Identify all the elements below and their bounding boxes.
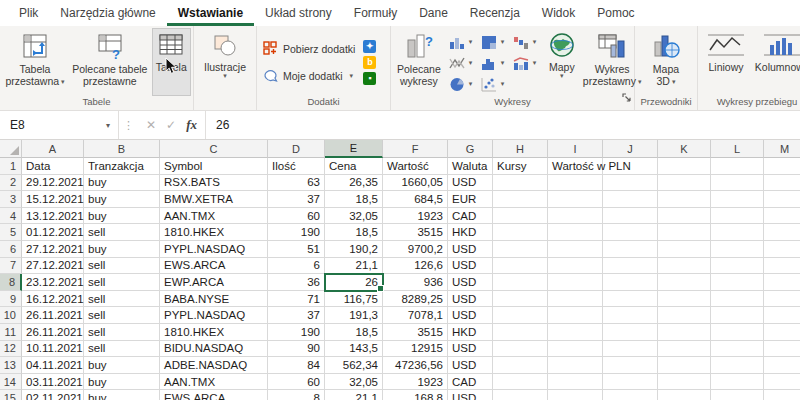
cell-H12[interactable]	[493, 341, 548, 358]
tab-narzędzia-główne[interactable]: Narzędzia główne	[49, 1, 166, 26]
pie-chart-button[interactable]: ▾	[447, 74, 479, 95]
cell-M12[interactable]	[764, 341, 800, 358]
cell-I15[interactable]	[548, 390, 603, 400]
cell-F12[interactable]: 12915	[383, 341, 448, 358]
enter-icon[interactable]: ✓	[166, 118, 176, 132]
cell-A6[interactable]: 27.12.2021	[22, 241, 84, 258]
cell-H5[interactable]	[493, 224, 548, 241]
select-all-corner[interactable]	[0, 140, 22, 158]
cell-C5[interactable]: 1810.HKEX	[160, 224, 268, 241]
cell-E13[interactable]: 562,34	[325, 357, 383, 374]
cell-I4[interactable]	[548, 208, 603, 225]
cell-A14[interactable]: 03.11.2021	[22, 374, 84, 391]
cell-B2[interactable]: buy	[84, 175, 160, 192]
map-3d-button[interactable]: Mapa 3D▾	[648, 28, 684, 96]
cell-I7[interactable]	[548, 258, 603, 275]
cell-M14[interactable]	[764, 374, 800, 391]
cell-G2[interactable]: USD	[448, 175, 493, 192]
cell-H7[interactable]	[493, 258, 548, 275]
cell-K2[interactable]	[658, 175, 711, 192]
cell-C15[interactable]: EWS.ARCA	[160, 390, 268, 400]
cell-E5[interactable]: 18,5	[325, 224, 383, 241]
cell-K5[interactable]	[658, 224, 711, 241]
cell-J8[interactable]	[603, 274, 658, 291]
row-header-12[interactable]: 12	[0, 341, 22, 358]
cell-H4[interactable]	[493, 208, 548, 225]
row-header-8[interactable]: 8	[0, 274, 22, 291]
cell-D12[interactable]: 90	[268, 341, 325, 358]
cell-L3[interactable]	[711, 191, 764, 208]
cell-A8[interactable]: 23.12.2021	[22, 274, 84, 291]
column-header-J[interactable]: J	[603, 140, 658, 158]
cell-A5[interactable]: 01.12.2021	[22, 224, 84, 241]
column-header-E[interactable]: E	[325, 140, 383, 158]
cell-B1[interactable]: Tranzakcja	[84, 158, 160, 175]
column-header-M[interactable]: M	[764, 140, 800, 158]
cell-E14[interactable]: 32,05	[325, 374, 383, 391]
cell-E7[interactable]: 21,1	[325, 258, 383, 275]
cancel-icon[interactable]: ✕	[146, 118, 156, 132]
cell-D2[interactable]: 63	[268, 175, 325, 192]
cell-B6[interactable]: buy	[84, 241, 160, 258]
name-box[interactable]: E8 ▾	[0, 111, 119, 139]
cell-H8[interactable]	[493, 274, 548, 291]
cell-C7[interactable]: EWS.ARCA	[160, 258, 268, 275]
cell-I2[interactable]	[548, 175, 603, 192]
scatter-chart-button[interactable]: ▾	[479, 74, 511, 95]
cell-K4[interactable]	[658, 208, 711, 225]
cell-K9[interactable]	[658, 291, 711, 308]
column-header-D[interactable]: D	[268, 140, 325, 158]
tab-układ-strony[interactable]: Układ strony	[254, 1, 343, 26]
cell-H9[interactable]	[493, 291, 548, 308]
cell-D15[interactable]: 8	[268, 390, 325, 400]
column-header-A[interactable]: A	[22, 140, 84, 158]
cell-K12[interactable]	[658, 341, 711, 358]
histogram-chart-button[interactable]: ▾	[479, 53, 511, 74]
cell-G12[interactable]: USD	[448, 341, 493, 358]
cell-L1[interactable]	[711, 158, 764, 175]
addin-green-icon[interactable]: ▪	[363, 72, 376, 85]
cell-K7[interactable]	[658, 258, 711, 275]
cell-J15[interactable]	[603, 390, 658, 400]
row-header-9[interactable]: 9	[0, 291, 22, 308]
row-header-15[interactable]: 15	[0, 390, 22, 400]
cell-J5[interactable]	[603, 224, 658, 241]
cell-C1[interactable]: Symbol	[160, 158, 268, 175]
cell-J12[interactable]	[603, 341, 658, 358]
cell-G5[interactable]: HKD	[448, 224, 493, 241]
cell-J14[interactable]	[603, 374, 658, 391]
cell-M9[interactable]	[764, 291, 800, 308]
cell-J2[interactable]	[603, 175, 658, 192]
cell-D13[interactable]: 84	[268, 357, 325, 374]
cell-B7[interactable]: sell	[84, 258, 160, 275]
cell-A1[interactable]: Data	[22, 158, 84, 175]
cell-G14[interactable]: CAD	[448, 374, 493, 391]
cell-I12[interactable]	[548, 341, 603, 358]
cell-E3[interactable]: 18,5	[325, 191, 383, 208]
cell-A15[interactable]: 02.11.2021	[22, 390, 84, 400]
cell-K10[interactable]	[658, 307, 711, 324]
tab-pomoc[interactable]: Pomoc	[586, 1, 645, 26]
cell-L11[interactable]	[711, 324, 764, 341]
cell-E15[interactable]: 21,1	[325, 390, 383, 400]
cell-I9[interactable]	[548, 291, 603, 308]
cell-D8[interactable]: 36	[268, 274, 325, 291]
cell-F13[interactable]: 47236,56	[383, 357, 448, 374]
cell-A11[interactable]: 26.11.2021	[22, 324, 84, 341]
addin-bing-icon[interactable]: b	[363, 56, 376, 69]
illustrations-button[interactable]: Ilustracje▾	[200, 28, 250, 107]
row-header-6[interactable]: 6	[0, 241, 22, 258]
tab-dane[interactable]: Dane	[408, 1, 459, 26]
cell-D1[interactable]: Ilość	[268, 158, 325, 175]
cell-F6[interactable]: 9700,2	[383, 241, 448, 258]
cell-C6[interactable]: PYPL.NASDAQ	[160, 241, 268, 258]
cell-M7[interactable]	[764, 258, 800, 275]
cell-C12[interactable]: BIDU.NASDAQ	[160, 341, 268, 358]
cell-D6[interactable]: 51	[268, 241, 325, 258]
cell-E10[interactable]: 191,3	[325, 307, 383, 324]
cell-G7[interactable]: USD	[448, 258, 493, 275]
row-header-2[interactable]: 2	[0, 175, 22, 192]
cell-K3[interactable]	[658, 191, 711, 208]
cell-C9[interactable]: BABA.NYSE	[160, 291, 268, 308]
row-header-5[interactable]: 5	[0, 224, 22, 241]
